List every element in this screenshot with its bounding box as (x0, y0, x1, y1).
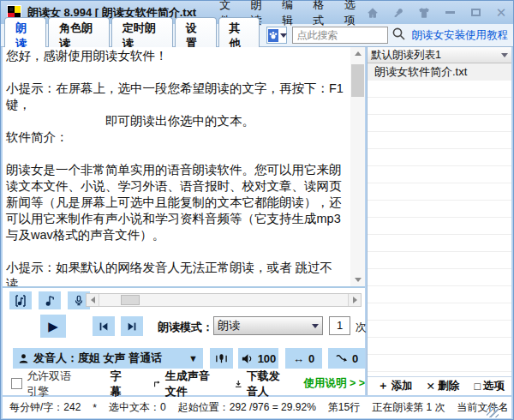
menu-edit[interactable]: 编辑 (272, 0, 303, 30)
generate-audio-button[interactable]: 生成声音文件 (152, 369, 215, 399)
voice-selector[interactable]: 发音人：度姐 女声 普通话 ▼ (13, 348, 203, 369)
editor-text[interactable]: 您好，感谢使用朗读女软件！ 小提示：在屏幕上，选中一段您希望朗读的文字，再按下：… (3, 47, 350, 286)
bilingual-checkbox[interactable] (11, 378, 22, 389)
repeat-times-input[interactable]: 1 (329, 316, 350, 335)
volume-control[interactable]: 100 (238, 348, 278, 369)
next-icon (126, 321, 138, 333)
scroll-right-icon[interactable] (348, 294, 361, 306)
download-voice-button[interactable]: 下载发音人 (234, 369, 288, 399)
scrollbar-thumb[interactable] (351, 64, 364, 97)
person-icon (18, 353, 29, 364)
chevron-down-icon (501, 53, 508, 57)
playlist-dropdown[interactable]: 默认朗读列表1 (368, 47, 511, 63)
speed-icon: ↔ (293, 352, 304, 365)
left-pane: 您好，感谢使用朗读女软件！ 小提示：在屏幕上，选中一段您希望朗读的文字，再按下：… (3, 47, 367, 395)
voice-test-button[interactable] (210, 348, 233, 369)
pitch-value: 0 (352, 352, 358, 365)
minimize-icon[interactable] (443, 6, 457, 20)
status-position: 起始位置：292 /976 = 29.92% (178, 400, 316, 415)
add-file-button[interactable]: ＋ 添加 (378, 379, 413, 393)
status-selected: 选中文本：0 (109, 400, 166, 415)
bilingual-label: 允许双语引擎 (27, 369, 77, 399)
voice-label: 发音人：度姐 女声 普通话 (33, 351, 162, 366)
search-input[interactable] (292, 27, 388, 44)
scroll-down-icon[interactable] (350, 273, 365, 286)
tab-bar: 朗读 角色朗读 定时朗读 设置 其他 朗读女安装使用教程 (1, 24, 513, 47)
reading-mode-label: 朗读模式： (158, 320, 213, 335)
scroll-left-icon[interactable] (87, 294, 99, 306)
status-star: * (93, 402, 97, 414)
resize-grip[interactable] (487, 405, 499, 417)
close-icon[interactable]: ✕ (494, 6, 508, 20)
speaker-icon (241, 352, 254, 365)
list-options-button[interactable]: □ 选项 (474, 379, 505, 393)
progress-scrollbar[interactable] (86, 293, 362, 307)
reading-mode-select[interactable]: 朗读 (213, 316, 323, 335)
score-list-button[interactable] (9, 291, 32, 309)
play-icon: ▶ (48, 319, 58, 334)
usage-help-link[interactable]: 使用说明 > > (303, 376, 365, 391)
progress-thumb[interactable] (121, 295, 140, 305)
app-window: 朗读女 8.994 [ 朗读女软件简介.txt 文件 朗读 编辑 格式 选项 ✕… (0, 0, 514, 420)
options-label: 选项 (483, 379, 505, 393)
plus-icon: ＋ (378, 379, 389, 393)
status-filename: 当前文件名：朗读女软 (457, 400, 511, 415)
next-button[interactable] (121, 316, 143, 336)
playlist-panel: 默认朗读列表1 朗读女软件简介.txt ＋ 添加 ✕ 删除 □ 选项 (367, 47, 511, 395)
dropdown-arrow-icon: ▼ (188, 353, 198, 363)
maximize-icon[interactable] (469, 6, 482, 20)
status-line: 第15行 (328, 400, 360, 415)
reading-mode-value: 朗读 (218, 318, 240, 333)
home-icon[interactable] (366, 6, 380, 20)
speed-control[interactable]: ↔ 0 (285, 348, 322, 369)
previous-icon (98, 321, 110, 333)
download-icon (234, 378, 242, 390)
paw-icon (268, 29, 278, 42)
playlist-actions: ＋ 添加 ✕ 删除 □ 选项 (368, 376, 511, 395)
playlist-list[interactable]: 朗读女软件简介.txt (368, 63, 511, 376)
music-note-button[interactable] (39, 291, 61, 309)
status-reading: 正在朗读第 1 次 (372, 400, 445, 415)
playlist-dropdown-value: 默认朗读列表1 (371, 48, 441, 63)
status-bar: 每分钟/字：242 * 选中文本：0 起始位置：292 /976 = 29.92… (3, 397, 511, 418)
score-icon (14, 294, 27, 308)
cross-icon: ✕ (427, 380, 435, 393)
pitch-icon (335, 352, 348, 365)
menu-format[interactable]: 格式 (303, 0, 334, 30)
search-icon[interactable] (391, 27, 406, 45)
previous-button[interactable] (93, 316, 115, 336)
chevron-down-icon (280, 33, 287, 38)
times-unit-label: 次 (356, 320, 367, 335)
editor-vertical-scrollbar[interactable] (350, 47, 365, 286)
playlist-item[interactable]: 朗读女软件简介.txt (368, 63, 511, 81)
text-editor[interactable]: 您好，感谢使用朗读女软件！ 小提示：在屏幕上，选中一段您希望朗读的文字，再按下：… (3, 47, 365, 288)
speed-value: 0 (308, 352, 314, 365)
volume-value: 100 (258, 352, 277, 365)
titlebar-controls: ✕ (366, 6, 508, 20)
tutorial-link[interactable]: 朗读女安装使用教程 (411, 28, 508, 43)
status-rate: 每分钟/字：242 (9, 400, 81, 415)
square-icon: □ (474, 381, 481, 393)
pin-icon[interactable] (391, 6, 405, 20)
voice-test-icon (215, 352, 228, 365)
main-content: 您好，感谢使用朗读女软件！ 小提示：在屏幕上，选中一段您希望朗读的文字，再按下：… (3, 47, 511, 395)
microphone-icon (73, 294, 85, 307)
playback-controls: ▶ 朗读模式： 朗读 1 次 发音人：度姐 女声 普通话 (3, 288, 365, 395)
skin-icon[interactable] (417, 6, 431, 20)
subtitle-button[interactable]: 字幕 (110, 369, 127, 399)
menu-options[interactable]: 选项 (335, 0, 366, 30)
add-label: 添加 (391, 379, 413, 393)
chevron-down-icon (312, 324, 319, 328)
music-note-icon (44, 294, 57, 307)
paw-menu-button[interactable] (266, 27, 287, 44)
delete-file-button[interactable]: ✕ 删除 (427, 379, 459, 393)
scroll-up-icon[interactable] (350, 47, 365, 60)
pitch-control[interactable]: 0 (328, 348, 365, 369)
download-voice-label: 下载发音人 (247, 369, 289, 399)
play-button[interactable]: ▶ (40, 315, 66, 338)
options-row: 允许双语引擎 字幕 生成声音文件 下载发音人 使用说明 > > (3, 374, 365, 393)
generate-audio-icon (152, 378, 162, 390)
delete-label: 删除 (438, 379, 459, 393)
generate-audio-label: 生成声音文件 (165, 369, 216, 399)
